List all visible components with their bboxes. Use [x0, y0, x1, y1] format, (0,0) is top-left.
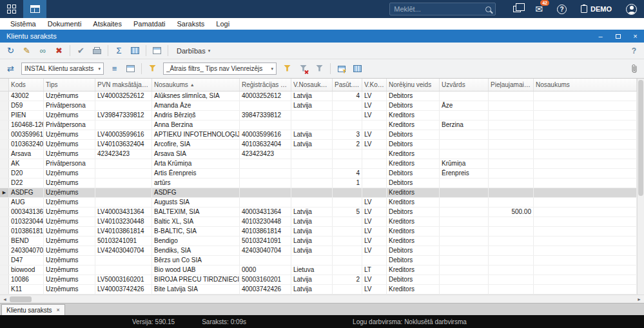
cell-norekinu-veids[interactable]: Kreditors [387, 265, 440, 275]
attachments-icon[interactable] [630, 64, 638, 73]
cell-v-kods[interactable]: LV [362, 275, 387, 284]
cell-pvn-numurs[interactable]: LV39847339812 [95, 111, 152, 120]
cell-v-nosaukums[interactable]: Latvija [291, 92, 333, 101]
cell-uzvards[interactable]: Āze [440, 101, 489, 110]
cell-v-nosaukums[interactable] [291, 121, 333, 130]
cell-nosaukums-2[interactable] [534, 265, 637, 275]
cell-v-kods[interactable]: LV [362, 207, 387, 217]
cell-nosaukums-2[interactable] [534, 285, 637, 294]
cell-tips[interactable]: Uzņēmums [44, 169, 95, 178]
cell-tips[interactable]: Privātpersona [44, 121, 95, 130]
close-button[interactable]: × [627, 30, 644, 43]
cell-tips[interactable]: Uzņēmums [44, 265, 95, 275]
cell-pvn-numurs[interactable] [95, 188, 152, 197]
cell-pielaujamais[interactable] [489, 121, 534, 130]
cell-tips[interactable]: Uzņēmums [44, 130, 95, 139]
cell-v-kods[interactable]: LV [362, 227, 387, 236]
global-search[interactable] [389, 3, 496, 15]
cell-norekinu-veids[interactable]: Kreditors [387, 217, 440, 226]
cell-registracijas-kods[interactable] [240, 169, 291, 178]
vertical-scroll-thumb[interactable] [638, 80, 643, 196]
table-row[interactable]: D20UzņēmumsArtis Ērenpreis4DebitorsĒrenp… [0, 169, 637, 178]
menu-dokumenti[interactable]: Dokumenti [48, 20, 82, 28]
cell-v-kods[interactable] [362, 169, 387, 178]
table-row[interactable]: 10086UzņēmumsLV50003160201BIROJA PRECU T… [0, 275, 637, 285]
cell-tips[interactable]: Uzņēmums [44, 198, 95, 207]
maximize-button[interactable] [609, 30, 627, 43]
column-header-pvn-numurs[interactable]: PVN maksātāja numurs [95, 79, 152, 91]
cell-nosaukums-2[interactable] [534, 150, 637, 159]
cell-nosaukums[interactable]: BIROJA PRECU TIRDZNIECIBA UP... [152, 275, 240, 284]
cell-tips[interactable]: Uzņēmums [44, 150, 95, 159]
cell-pasut-skaits[interactable] [333, 150, 362, 159]
table-row[interactable]: AKPrivātpersonaArta KrūmiņaKreditorsKrūm… [0, 159, 637, 169]
cell-v-nosaukums[interactable]: Lietuva [291, 265, 333, 275]
cell-nosaukums[interactable]: Arsava SIA [152, 150, 240, 159]
cell-v-kods[interactable] [362, 178, 387, 188]
edit-button[interactable]: ✎ [19, 44, 34, 57]
horizontal-scrollbar[interactable]: ◄ ► [0, 294, 644, 303]
cell-pielaujamais[interactable] [489, 140, 534, 149]
cell-uzvards[interactable] [440, 92, 489, 101]
table-row[interactable]: 43002UzņēmumsLV40003252612Alūksnes slimn… [0, 92, 637, 101]
menu-pamatdati[interactable]: Pamatdati [133, 20, 166, 28]
layout-button[interactable] [150, 44, 164, 57]
cell-pasut-skaits[interactable] [333, 265, 362, 275]
cell-pvn-numurs[interactable] [95, 101, 152, 110]
cell-kods[interactable]: 010386181 [9, 227, 44, 236]
cell-nosaukums[interactable]: Artis Ērenpreis [152, 169, 240, 178]
cell-uzvards[interactable] [440, 207, 489, 217]
table-row[interactable]: ▶ASDFGUzņēmumsASDFGKreditors [0, 188, 637, 198]
cell-nosaukums-2[interactable] [534, 130, 637, 139]
cell-v-nosaukums[interactable] [291, 159, 333, 168]
cell-uzvards[interactable] [440, 198, 489, 207]
cell-pasut-skaits[interactable] [333, 121, 362, 130]
cell-kods[interactable]: 000359961 [9, 130, 44, 139]
table-row[interactable]: 160468-12650PrivātpersonaAnna BerzinaKre… [0, 121, 637, 130]
demo-environment-badge[interactable]: DEMO [574, 0, 619, 18]
cell-v-nosaukums[interactable] [291, 256, 333, 265]
cell-v-nosaukums[interactable] [291, 178, 333, 188]
cell-kods[interactable]: D47 [9, 256, 44, 265]
cell-nosaukums[interactable]: B-BALTIC, SIA [152, 227, 240, 236]
cell-norekinu-veids[interactable]: Kreditors [387, 236, 440, 246]
menu-saraksts[interactable]: Saraksts [177, 20, 205, 28]
cell-tips[interactable]: Uzņēmums [44, 207, 95, 217]
cell-nosaukums[interactable]: Bendigo [152, 236, 240, 246]
cell-pielaujamais[interactable] [489, 246, 534, 255]
vertical-scrollbar[interactable] [637, 79, 644, 294]
cell-pvn-numurs[interactable]: LV42403040704 [95, 246, 152, 255]
column-header-kods[interactable]: Kods [9, 79, 44, 91]
table-row[interactable]: D47UzņēmumsBērzs un Co SIADebitors [0, 256, 637, 265]
mail-icon[interactable]: ✉42 [528, 0, 550, 18]
cell-kods[interactable]: BEND [9, 236, 44, 246]
cell-tips[interactable]: Uzņēmums [44, 236, 95, 246]
cell-kods[interactable]: D59 [9, 101, 44, 110]
cell-kods[interactable]: K11 [9, 285, 44, 294]
table-row[interactable]: D22Uzņēmumsartūrs1Debitors [0, 178, 637, 188]
cell-tips[interactable]: Uzņēmums [44, 227, 95, 236]
cell-v-kods[interactable]: LV [362, 92, 387, 101]
column-header-uzvards[interactable]: Uzvārds [440, 79, 489, 91]
cell-pielaujamais[interactable] [489, 285, 534, 294]
delete-button[interactable]: ✖ [52, 44, 66, 57]
disable-filter-button[interactable] [312, 62, 327, 75]
cell-registracijas-kods[interactable]: 42403040704 [240, 246, 291, 255]
panel-help-icon[interactable]: ? [627, 46, 641, 55]
cell-nosaukums-2[interactable] [534, 256, 637, 265]
cell-nosaukums[interactable]: Bio wood UAB [152, 265, 240, 275]
cell-pielaujamais[interactable] [489, 101, 534, 110]
cell-nosaukums-2[interactable] [534, 188, 637, 197]
cell-v-nosaukums[interactable]: Latvija [291, 236, 333, 246]
cell-tips[interactable]: Uzņēmums [44, 246, 95, 255]
cell-norekinu-veids[interactable]: Kreditors [387, 198, 440, 207]
cell-tips[interactable]: Uzņēmums [44, 285, 95, 294]
menu-sistema[interactable]: Sistēma [10, 20, 36, 28]
cell-norekinu-veids[interactable]: Debitors [387, 140, 440, 149]
cell-uzvards[interactable] [440, 217, 489, 226]
search-icon[interactable] [485, 6, 491, 12]
cell-v-kods[interactable]: LV [362, 111, 387, 120]
cell-kods[interactable]: ASDFG [9, 188, 44, 197]
edit-views-button[interactable]: ≡ [107, 62, 122, 75]
cell-norekinu-veids[interactable]: Debitors [387, 256, 440, 265]
